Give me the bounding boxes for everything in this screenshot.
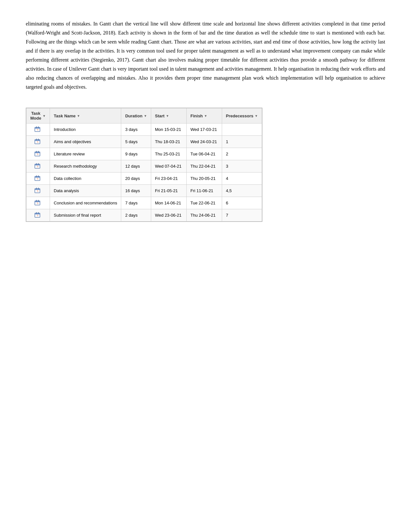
task-mode-cell: ↻ (26, 123, 50, 136)
table-row: ↻ Data collection20 daysFri 23-04-21Thu … (26, 172, 262, 185)
svg-rect-23 (38, 175, 39, 177)
finish-cell: Thu 20-05-21 (186, 172, 222, 185)
start-cell: Mon 15-03-21 (151, 123, 186, 136)
sort-arrow-task-name: ▼ (77, 114, 80, 118)
table-row: ↻ Literature review9 daysThu 25-03-21Tue… (26, 148, 262, 160)
duration-cell: 9 days (121, 148, 151, 160)
svg-text:↻: ↻ (37, 202, 39, 204)
predecessors-cell: 7 (222, 209, 262, 222)
predecessors-cell: 4 (222, 172, 262, 185)
svg-text:↻: ↻ (37, 165, 39, 168)
task-name-cell: Introduction (50, 123, 121, 136)
start-cell: Wed 23-06-21 (151, 209, 186, 222)
task-mode-icon: ↻ (34, 163, 42, 169)
table-header-row: TaskMode ▼ Task Name ▼ Duration ▼ (26, 108, 262, 123)
col-header-finish[interactable]: Finish ▼ (186, 108, 222, 123)
task-name-cell: Conclusion and recommendations (50, 197, 121, 209)
svg-rect-3 (38, 126, 39, 128)
predecessors-cell (222, 123, 262, 136)
table-row: ↻ Research methodology12 daysWed 07-04-2… (26, 160, 262, 172)
svg-rect-8 (38, 139, 39, 140)
svg-rect-22 (36, 175, 37, 177)
finish-cell: Tue 06-04-21 (186, 148, 222, 160)
svg-rect-18 (38, 163, 39, 165)
table-row: ↻ Data analysis16 daysFri 21-05-21Fri 11… (26, 185, 262, 197)
col-header-task-name-label: Task Name (54, 113, 76, 118)
finish-cell: Tue 22-06-21 (186, 197, 222, 209)
sort-arrow-start: ▼ (166, 114, 169, 118)
finish-cell: Thu 24-06-21 (186, 209, 222, 222)
finish-cell: Wed 17-03-21 (186, 123, 222, 136)
start-cell: Thu 18-03-21 (151, 136, 186, 148)
duration-cell: 16 days (121, 185, 151, 197)
task-name-cell: Literature review (50, 148, 121, 160)
col-header-task-mode-label: TaskMode (30, 111, 41, 121)
table-row: ↻ Conclusion and recommendations7 daysMo… (26, 197, 262, 209)
svg-text:↻: ↻ (37, 214, 39, 217)
task-mode-cell: ↻ (26, 148, 50, 160)
predecessors-cell: 3 (222, 160, 262, 172)
col-header-duration[interactable]: Duration ▼ (121, 108, 151, 123)
duration-cell: 5 days (121, 136, 151, 148)
col-header-start-label: Start (155, 113, 165, 118)
col-header-start[interactable]: Start ▼ (151, 108, 186, 123)
predecessors-cell: 2 (222, 148, 262, 160)
svg-text:↻: ↻ (37, 178, 39, 180)
table-row: ↻ Introduction3 daysMon 15-03-21Wed 17-0… (26, 123, 262, 136)
col-header-predecessors[interactable]: Predecessors ▼ (222, 108, 262, 123)
predecessors-cell: 6 (222, 197, 262, 209)
svg-text:↻: ↻ (37, 129, 39, 131)
task-mode-cell: ↻ (26, 172, 50, 185)
task-mode-icon: ↻ (34, 200, 42, 205)
start-cell: Mon 14-06-21 (151, 197, 186, 209)
svg-rect-38 (38, 212, 39, 214)
svg-rect-17 (36, 163, 37, 165)
svg-rect-13 (38, 151, 39, 153)
table-row: ↻ Aims and objectives5 daysThu 18-03-21W… (26, 136, 262, 148)
task-mode-icon: ↻ (34, 212, 42, 218)
start-cell: Fri 21-05-21 (151, 185, 186, 197)
svg-rect-12 (36, 151, 37, 153)
gantt-table-container: TaskMode ▼ Task Name ▼ Duration ▼ (26, 108, 262, 222)
task-mode-cell: ↻ (26, 197, 50, 209)
duration-cell: 7 days (121, 197, 151, 209)
svg-rect-28 (38, 188, 39, 189)
start-cell: Thu 25-03-21 (151, 148, 186, 160)
finish-cell: Wed 24-03-21 (186, 136, 222, 148)
col-header-task-name[interactable]: Task Name ▼ (50, 108, 121, 123)
col-header-task-mode[interactable]: TaskMode ▼ (26, 108, 50, 123)
task-name-cell: Data analysis (50, 185, 121, 197)
duration-cell: 20 days (121, 172, 151, 185)
task-mode-icon: ↻ (34, 126, 42, 132)
task-name-cell: Aims and objectives (50, 136, 121, 148)
task-mode-cell: ↻ (26, 185, 50, 197)
gantt-table: TaskMode ▼ Task Name ▼ Duration ▼ (26, 108, 262, 222)
task-mode-icon: ↻ (34, 187, 42, 193)
sort-arrow-predecessors: ▼ (255, 114, 258, 118)
task-mode-cell: ↻ (26, 160, 50, 172)
duration-cell: 3 days (121, 123, 151, 136)
col-header-predecessors-label: Predecessors (226, 113, 253, 118)
sort-arrow-task-mode: ▼ (43, 114, 46, 118)
svg-text:↻: ↻ (37, 153, 39, 155)
table-row: ↻ Submission of final report2 daysWed 23… (26, 209, 262, 222)
sort-arrow-finish: ▼ (204, 114, 207, 118)
svg-rect-27 (36, 188, 37, 189)
duration-cell: 2 days (121, 209, 151, 222)
svg-rect-32 (36, 200, 37, 202)
task-mode-icon: ↻ (34, 151, 42, 156)
col-header-finish-label: Finish (191, 113, 203, 118)
svg-rect-37 (36, 212, 37, 214)
start-cell: Wed 07-04-21 (151, 160, 186, 172)
sort-arrow-duration: ▼ (144, 114, 147, 118)
task-mode-icon: ↻ (34, 138, 42, 144)
main-paragraph: eliminating rooms of mistakes. In Gantt … (26, 19, 385, 92)
svg-text:↻: ↻ (37, 190, 39, 192)
svg-rect-2 (36, 126, 37, 128)
predecessors-cell: 4,5 (222, 185, 262, 197)
svg-text:↻: ↻ (37, 141, 39, 143)
finish-cell: Fri 11-06-21 (186, 185, 222, 197)
duration-cell: 12 days (121, 160, 151, 172)
finish-cell: Thu 22-04-21 (186, 160, 222, 172)
task-name-cell: Submission of final report (50, 209, 121, 222)
